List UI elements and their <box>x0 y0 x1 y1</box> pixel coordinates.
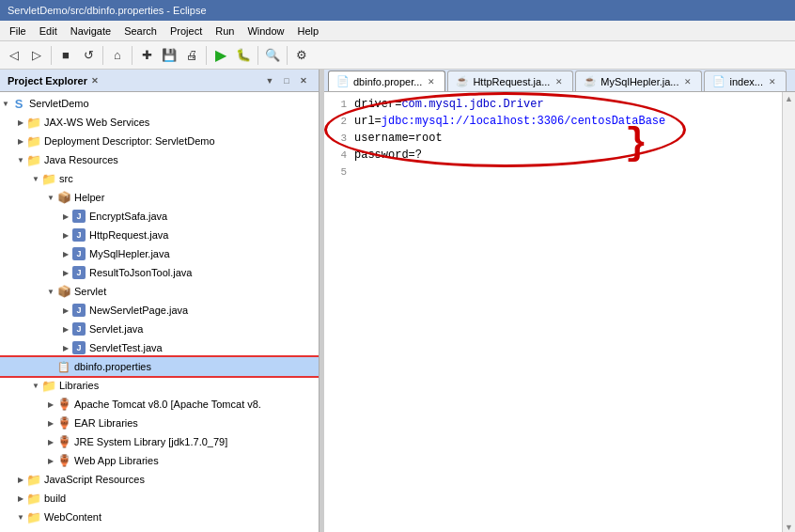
tree-item-jsresources[interactable]: ▶📁JavaScript Resources <box>0 470 319 489</box>
tree-label-jre: JRE System Library [jdk1.7.0_79] <box>74 436 227 447</box>
tree-item-servlettest[interactable]: ▶JServletTest.java <box>0 338 319 357</box>
panel-minimize[interactable]: ▼ <box>262 73 277 88</box>
project-explorer-panel: Project Explorer ✕ ▼ □ ✕ ▼SServletDemo▶📁… <box>0 70 320 532</box>
tab-close-httpreq[interactable]: ✕ <box>553 76 565 87</box>
tree-item-build[interactable]: ▶📁build <box>0 489 319 508</box>
toolbar-settings[interactable]: ⚙ <box>291 45 312 66</box>
tree-item-servletdemo[interactable]: ▼SServletDemo <box>0 94 319 113</box>
tree-arrow-tomcat[interactable]: ▶ <box>45 399 56 410</box>
tab-close-dbinfo[interactable]: ✕ <box>426 76 437 87</box>
tree-arrow-jaxws[interactable]: ▶ <box>15 117 26 128</box>
editor-tab-dbinfo[interactable]: 📄 dbinfo.proper... ✕ <box>328 70 445 91</box>
menu-edit[interactable]: Edit <box>34 23 63 39</box>
tree-label-httprequest: HttpRequest.java <box>89 229 168 241</box>
tree-item-helper[interactable]: ▼📦Helper <box>0 188 319 207</box>
tree-arrow-servlet[interactable]: ▼ <box>45 286 56 297</box>
tree-arrow-newservlet[interactable]: ▶ <box>60 305 71 316</box>
tree-arrow-javaresources[interactable]: ▼ <box>15 154 26 165</box>
toolbar-sep6 <box>287 46 288 65</box>
panel-header: Project Explorer ✕ ▼ □ ✕ <box>0 70 319 92</box>
menu-file[interactable]: File <box>4 23 32 39</box>
tree-item-resulttojson[interactable]: ▶JResultToJsonTool.java <box>0 263 319 282</box>
editor-tab-mysqlhelper[interactable]: ☕ MySqlHepler.ja... ✕ <box>575 70 702 91</box>
tree-item-httprequest[interactable]: ▶JHttpRequest.java <box>0 226 319 244</box>
code-key: driver= <box>354 98 401 111</box>
code-content-4: password=? <box>354 147 422 164</box>
tree-label-servletdemo: ServletDemo <box>29 98 89 109</box>
toolbar-back[interactable]: ◁ <box>4 45 24 66</box>
tree-icon-httprequest: J <box>71 227 86 243</box>
menu-help[interactable]: Help <box>292 23 325 39</box>
tree-arrow-mysqlhepler[interactable]: ▶ <box>60 248 71 259</box>
toolbar-print[interactable]: 🖨 <box>181 45 202 66</box>
line-number-1: 1 <box>328 96 347 113</box>
menu-project[interactable]: Project <box>164 23 208 39</box>
toolbar-save[interactable]: 💾 <box>159 45 179 66</box>
project-tree: ▼SServletDemo▶📁JAX-WS Web Services▶📁Depl… <box>0 92 319 528</box>
panel-close[interactable]: ✕ <box>296 73 311 88</box>
tree-item-jaxws[interactable]: ▶📁JAX-WS Web Services <box>0 113 319 132</box>
toolbar-stop[interactable]: ■ <box>55 45 76 66</box>
menu-window[interactable]: Window <box>242 23 289 39</box>
tree-item-webcontent[interactable]: ▼📁WebContent <box>0 508 319 526</box>
tree-arrow-encryptsafa[interactable]: ▶ <box>60 211 71 222</box>
menu-search[interactable]: Search <box>118 23 163 39</box>
tree-arrow-deployment[interactable]: ▶ <box>15 135 26 147</box>
panel-maximize[interactable]: □ <box>279 73 294 88</box>
tree-item-mysqlhepler[interactable]: ▶JMySqlHepler.java <box>0 244 319 263</box>
tree-label-webcontent: WebContent <box>44 511 101 523</box>
tree-scroll-area[interactable]: ▼SServletDemo▶📁JAX-WS Web Services▶📁Depl… <box>0 92 319 532</box>
tree-label-encryptsafa: EncryptSafa.java <box>89 211 167 222</box>
editor-tabs: 📄 dbinfo.proper... ✕ ☕ HttpRequest.ja...… <box>324 70 795 92</box>
tree-icon-javaresources: 📁 <box>26 152 41 167</box>
tree-arrow-build[interactable]: ▶ <box>15 493 26 504</box>
tree-item-newservlet[interactable]: ▶JNewServletPage.java <box>0 301 319 320</box>
toolbar-search[interactable]: 🔍 <box>262 45 283 66</box>
tree-icon-earlib: 🏺 <box>56 415 71 430</box>
tree-arrow-webapplib[interactable]: ▶ <box>45 455 56 466</box>
toolbar-forward[interactable]: ▷ <box>26 45 47 66</box>
tab-label-httpreq: HttpRequest.ja... <box>473 76 550 87</box>
toolbar-debug[interactable]: 🐛 <box>233 45 254 66</box>
tree-arrow-servletjava[interactable]: ▶ <box>60 323 71 335</box>
tree-item-deployment[interactable]: ▶📁Deployment Descriptor: ServletDemo <box>0 132 319 150</box>
toolbar-run[interactable]: ▶ <box>210 45 231 66</box>
tree-arrow-servlettest[interactable]: ▶ <box>60 342 71 353</box>
tab-close-index[interactable]: ✕ <box>767 76 778 87</box>
editor-content[interactable]: 1 driver=com.mysql.jdbc.Driver 2 url=jdb… <box>324 92 782 532</box>
tree-item-tomcat[interactable]: ▶🏺Apache Tomcat v8.0 [Apache Tomcat v8. <box>0 395 319 414</box>
editor-tab-httpreq[interactable]: ☕ HttpRequest.ja... ✕ <box>447 70 573 91</box>
editor-scrollbar[interactable]: ▲ ▼ <box>782 92 795 532</box>
tree-arrow-webcontent[interactable]: ▼ <box>15 511 26 523</box>
tree-arrow-resulttojson[interactable]: ▶ <box>60 267 71 278</box>
tree-item-dbinfo[interactable]: ▶📋dbinfo.properties <box>0 357 319 376</box>
tree-arrow-helper[interactable]: ▼ <box>45 192 56 203</box>
tree-arrow-httprequest[interactable]: ▶ <box>60 229 71 241</box>
tree-item-libraries[interactable]: ▼📁Libraries <box>0 376 319 395</box>
tree-item-javaresources[interactable]: ▼📁Java Resources <box>0 150 319 169</box>
tree-item-servlet[interactable]: ▼📦Servlet <box>0 282 319 301</box>
tab-close-mysqlhelper[interactable]: ✕ <box>682 76 694 87</box>
tree-arrow-earlib[interactable]: ▶ <box>45 417 56 429</box>
tree-item-jre[interactable]: ▶🏺JRE System Library [jdk1.7.0_79] <box>0 432 319 451</box>
tree-item-earlib[interactable]: ▶🏺EAR Libraries <box>0 414 319 432</box>
toolbar-refresh[interactable]: ↺ <box>78 45 99 66</box>
tree-arrow-jre[interactable]: ▶ <box>45 436 56 447</box>
menu-navigate[interactable]: Navigate <box>65 23 117 39</box>
tree-item-webapplib[interactable]: ▶🏺Web App Libraries <box>0 451 319 470</box>
editor-tab-index[interactable]: 📄 index... ✕ <box>704 70 786 91</box>
tree-arrow-jsresources[interactable]: ▶ <box>15 474 26 485</box>
toolbar-home[interactable]: ⌂ <box>107 45 128 66</box>
tree-arrow-servletdemo[interactable]: ▼ <box>0 98 11 109</box>
tab-label-index: index... <box>729 76 762 87</box>
menu-run[interactable]: Run <box>210 23 240 39</box>
tree-item-servletjava[interactable]: ▶JServlet.java <box>0 320 319 338</box>
tree-arrow-libraries[interactable]: ▼ <box>30 380 41 391</box>
tree-item-encryptsafa[interactable]: ▶JEncryptSafa.java <box>0 207 319 226</box>
tree-item-src[interactable]: ▼📁src <box>0 169 319 188</box>
tree-arrow-src[interactable]: ▼ <box>30 173 41 184</box>
toolbar-new[interactable]: ✚ <box>136 45 157 66</box>
tree-icon-servletjava: J <box>71 321 86 336</box>
tree-label-deployment: Deployment Descriptor: ServletDemo <box>44 135 215 147</box>
toolbar-sep2 <box>102 46 103 65</box>
